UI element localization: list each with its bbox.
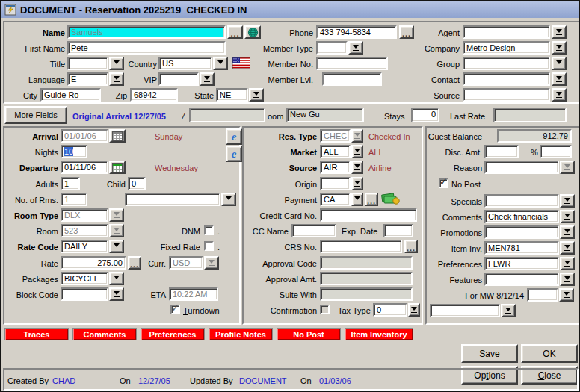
turndown-checkbox[interactable] [170,305,180,314]
rate-code-dropdown-button[interactable] [109,240,124,253]
specials-field[interactable] [484,194,559,208]
no-post-button[interactable]: No Post [277,328,341,340]
departure-field[interactable]: 01/11/06 [61,161,108,174]
features-dropdown-button[interactable] [560,273,575,286]
preferences-dropdown-button[interactable] [560,257,575,270]
origin-dropdown-button[interactable] [351,177,363,190]
ok-button[interactable]: OK [521,344,578,363]
source-dropdown-button[interactable] [552,88,567,102]
preferences-field[interactable]: FLWR [484,257,559,270]
name-lookup-button[interactable]: ... [227,25,243,39]
language-dropdown-button[interactable] [109,72,124,86]
market-field[interactable]: ALL [320,145,351,158]
comments-field[interactable]: Check financials [484,210,559,223]
crs-no-field[interactable] [320,240,402,253]
rate-field[interactable]: 275.00 [61,256,126,270]
member-type-dropdown-button[interactable] [348,41,363,55]
nights-field[interactable]: 10 [61,145,87,158]
fixed-rate-checkbox[interactable] [204,241,214,251]
title-field[interactable] [67,57,108,70]
no-of-rms-field[interactable]: 1 [61,193,87,206]
language-field[interactable]: E [67,72,108,86]
no-post-checkbox[interactable] [439,178,448,188]
contact-dropdown-button[interactable] [552,72,567,86]
disc-amt-field[interactable] [484,145,519,158]
departure-calendar-button[interactable] [109,161,126,174]
specials-dropdown-button[interactable] [560,194,575,208]
packages-field[interactable]: BICYCLE [61,272,108,285]
payment-lookup-button[interactable]: ... [365,193,378,206]
country-dropdown-button[interactable] [213,57,228,70]
disc-pct-field[interactable] [540,145,572,158]
share-combo-field[interactable] [125,193,220,206]
rate-lookup-button[interactable]: ... [128,256,141,270]
vip-dropdown-button[interactable] [200,72,215,86]
cc-name-field[interactable] [291,224,336,237]
member-no-field[interactable] [316,57,388,70]
res-source-field[interactable]: AIR [320,161,351,174]
group-field[interactable] [463,57,550,70]
credit-card-no-field[interactable] [320,208,417,222]
market-dropdown-button[interactable] [351,145,363,158]
country-field[interactable]: US [158,57,212,70]
first-name-field[interactable]: Pete [67,41,226,55]
features-field[interactable] [484,273,559,286]
adults-field[interactable]: 1 [61,177,80,190]
room-type-field[interactable]: DLX [61,208,108,222]
promotions-dropdown-button[interactable] [560,225,575,239]
reason-field[interactable] [484,161,559,174]
arrival-calendar-button[interactable] [109,129,126,143]
company-field[interactable]: Metro Design [463,41,550,55]
rate-query-button-1[interactable]: e [226,128,242,145]
profile-notes-button[interactable]: Profile Notes [209,328,273,340]
rate-query-button-2[interactable]: e [226,146,242,162]
extra-combo-dropdown-button[interactable] [501,304,516,317]
room-field[interactable]: 523 [61,224,108,237]
for-mw-dropdown-button[interactable] [559,288,574,302]
tax-type-dropdown-button[interactable] [408,303,420,317]
vip-field[interactable] [158,72,199,86]
eta-field[interactable]: 10:22 AM [169,287,218,301]
origin-field[interactable] [320,177,351,190]
group-dropdown-button[interactable] [552,57,567,70]
confirmation-checkbox[interactable] [320,305,330,314]
city-field[interactable]: Guide Ro [40,88,101,102]
payment-field[interactable]: CA [320,193,351,206]
tax-type-field[interactable]: 0 [373,303,407,317]
comments-button[interactable]: Comments [72,328,137,340]
item-inv-dropdown-button[interactable] [560,241,575,255]
payment-dropdown-button[interactable] [351,193,363,206]
block-code-dropdown-button[interactable] [109,287,124,301]
name-field[interactable]: Samuels [67,25,226,39]
extra-combo-field[interactable] [430,304,500,317]
save-button[interactable]: Save [461,344,518,363]
preferences-button[interactable]: Preferences [141,328,205,340]
member-type-field[interactable] [316,41,348,55]
state-dropdown-button[interactable] [249,88,264,102]
res-type-field[interactable]: CHEC [320,129,351,143]
agent-dropdown-button[interactable] [552,25,567,39]
contact-field[interactable] [463,72,550,86]
traces-button[interactable]: Traces [4,328,69,340]
child-field[interactable]: 0 [128,177,146,190]
block-code-field[interactable] [61,287,108,301]
arrival-field[interactable]: 01/01/06 [61,129,108,143]
res-source-dropdown-button[interactable] [351,161,363,174]
curr-field[interactable]: USD [169,256,203,270]
zip-field[interactable]: 68942 [130,88,178,102]
company-dropdown-button[interactable] [552,41,567,55]
more-fields-button[interactable]: More Fields [4,106,67,124]
crs-no-lookup-button[interactable]: ... [404,240,418,253]
comments-dropdown-button[interactable] [560,210,575,223]
for-mw-field[interactable] [527,288,558,302]
dnm-checkbox[interactable] [204,225,214,235]
title-dropdown-button[interactable] [109,57,124,70]
state-field[interactable]: NE [216,88,248,102]
agent-field[interactable] [463,25,550,39]
rate-code-field[interactable]: DAILY [61,240,108,253]
exp-date-field[interactable] [383,224,413,237]
item-inv-field[interactable]: MEN781 [484,241,559,255]
source-field[interactable] [463,88,550,102]
phone-field[interactable]: 433 794-5834 [316,25,397,39]
member-lvl-field[interactable] [322,72,382,86]
